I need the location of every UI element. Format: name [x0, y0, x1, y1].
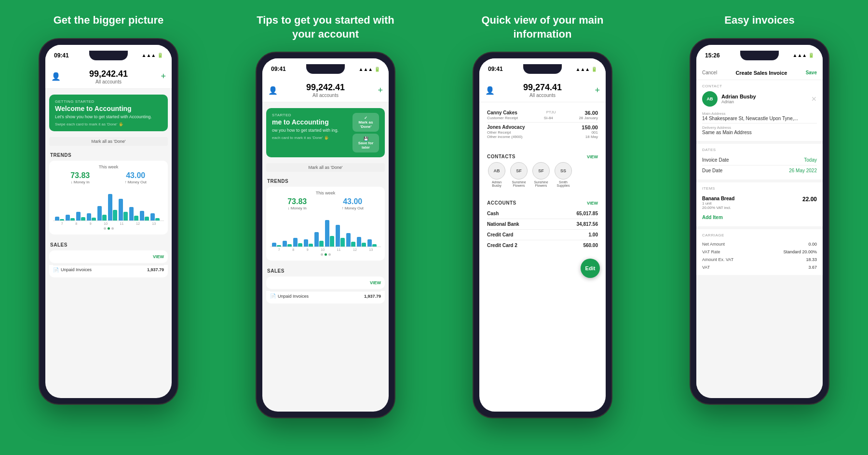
- phone-4: 15:26 ▲▲▲ 🔋 Cancel Create Sales Invoice …: [690, 38, 829, 405]
- carriage-ex-vat: Amount Ex. VAT 18.33: [702, 256, 817, 263]
- avatar-ss[interactable]: SS: [555, 162, 572, 179]
- bar-teal: [60, 219, 64, 221]
- invoice-amount-1: 1,937.79: [147, 267, 164, 272]
- money-out-label-2: ↑ Money Out: [341, 206, 363, 210]
- person-icon-3: 👤: [485, 86, 495, 95]
- money-in-2: 73.83: [287, 197, 307, 206]
- mark-done-btn[interactable]: ✓ Mark as 'Done': [353, 113, 379, 132]
- gs-title-2: me to Accounting: [272, 118, 350, 126]
- dates-section-label: DATES: [702, 148, 817, 152]
- bar-group: [283, 241, 292, 247]
- accounts-view[interactable]: VIEW: [587, 201, 598, 206]
- add-icon-2[interactable]: +: [378, 85, 383, 96]
- add-icon[interactable]: +: [161, 71, 166, 82]
- avatar-sf2[interactable]: SF: [532, 162, 550, 179]
- bar-blue: [336, 225, 340, 247]
- bar-blue: [314, 232, 319, 247]
- phone-3-time: 09:41: [488, 66, 503, 72]
- bar-teal: [277, 245, 281, 247]
- save-later-btn[interactable]: 💾 Save for later: [353, 134, 379, 152]
- phone-1-account-header: 👤 99,242.41 All accounts +: [45, 66, 172, 89]
- bar-group: [55, 217, 64, 221]
- edit-fab[interactable]: Edit: [581, 259, 600, 278]
- save-btn[interactable]: Save: [806, 70, 817, 75]
- phone-4-screen: 15:26 ▲▲▲ 🔋 Cancel Create Sales Invoice …: [696, 45, 823, 398]
- contacts-view[interactable]: VIEW: [587, 154, 598, 159]
- gs-actions-2: ✓ Mark as 'Done' 💾 Save for later: [353, 113, 379, 152]
- panel-4: Easy invoices 15:26 ▲▲▲ 🔋 Cancel Create …: [651, 0, 868, 455]
- carriage-vat-rate: VAT Rate Standard 20.00%: [702, 248, 817, 256]
- avatar-ab[interactable]: AB: [488, 162, 505, 179]
- invoice-row-1: 📄 Unpaid Invoices 1,937.79: [53, 265, 164, 275]
- phone-2-screen: 09:41 ▲▲▲ 🔋 👤 99,242.41 All accounts + S…: [262, 58, 389, 412]
- contact-ss: SS Smith Supplies: [554, 162, 573, 187]
- gs-mark-done-1[interactable]: Mark all as 'Done': [49, 137, 168, 146]
- bar-teal: [70, 218, 75, 221]
- items-section-label: ITEMS: [702, 186, 817, 191]
- bar-group: [97, 206, 107, 221]
- chart-labels-2: 7 8 9 10 11 12 13: [270, 247, 381, 252]
- bar-blue: [304, 239, 308, 247]
- sales-view-2[interactable]: VIEW: [370, 280, 381, 285]
- recent-sub-1: Customer Receipt SI-84 28 January: [487, 116, 598, 120]
- invoice-list-1: 📄 Unpaid Invoices 1,937.79: [49, 265, 168, 277]
- account-cc2: Credit Card 2 560.00: [487, 240, 598, 250]
- gs-swipe-1: Swipe each card to mark it as 'Done' 🖐: [55, 122, 162, 126]
- bar-blue: [325, 220, 329, 247]
- recent-sub-2b: Other income (4900) 18 May: [487, 135, 598, 139]
- bar-teal: [319, 241, 324, 247]
- delivery-address-row: Delivery Address Same as Main Address: [702, 124, 817, 137]
- trends-in-2: 73.83 ↓ Money In: [287, 197, 307, 210]
- contact-section-label: CONTACT: [702, 84, 817, 88]
- invoice-date-row: Invoice Date Today: [702, 155, 817, 165]
- panel-3: Quick view of your main information 09:4…: [434, 0, 651, 455]
- trends-label-1: TRENDS: [45, 150, 172, 159]
- contact-ab: AB Adrian Busby: [487, 162, 506, 187]
- money-in-label-1: ↓ Money In: [70, 180, 90, 184]
- add-icon-3[interactable]: +: [595, 85, 600, 96]
- phone-3: 09:41 ▲▲▲ 🔋 👤 99,274.41 All accounts + C…: [473, 52, 612, 418]
- sales-view-1[interactable]: VIEW: [153, 254, 164, 259]
- phone-1-statusbar: 09:41 ▲▲▲ 🔋: [45, 45, 172, 66]
- recent-sub-2: Other Receipt 001: [487, 130, 598, 135]
- recent-row-2: Jones Advocacy 150.00 Other Receipt 001 …: [487, 123, 598, 141]
- invoice-label-2: Unpaid Invoices: [278, 294, 362, 299]
- inv-item-1: Banana Bread 1 unit 20.00% VAT incl. 22.…: [702, 193, 817, 212]
- cancel-btn[interactable]: Cancel: [702, 70, 717, 75]
- panel-4-title: Easy invoices: [724, 14, 795, 28]
- carriage-vat: VAT 3.67: [702, 263, 817, 271]
- gs-card-2: STARTED me to Accounting ow you how to g…: [266, 108, 385, 157]
- phone-1-balance-label: All accounts: [89, 79, 128, 84]
- bar-group: [357, 237, 366, 247]
- gs-mark-done-2[interactable]: Mark all as 'Done': [266, 163, 385, 172]
- inv-item-details: Banana Bread 1 unit 20.00% VAT incl.: [702, 196, 734, 210]
- bar-group: [87, 213, 96, 221]
- phone-3-balance: 99,274.41: [523, 83, 562, 93]
- bar-blue: [357, 237, 361, 247]
- bar-group: [314, 232, 324, 247]
- invoice-screen-title: Create Sales Invoice: [735, 70, 787, 76]
- bar-teal: [123, 212, 128, 221]
- phone-1-status-icons: ▲▲▲ 🔋: [142, 53, 163, 58]
- bar-teal: [92, 218, 96, 221]
- main-address-row: Main Address 14 Shakespeare St, Newcastl…: [702, 110, 817, 124]
- account-cc: Credit Card 1.00: [487, 230, 598, 240]
- panel-3-title: Quick view of your main information: [465, 14, 620, 41]
- trends-week-2: This week: [270, 191, 381, 195]
- bar-teal: [298, 243, 302, 247]
- inv-dates-section: DATES Invoice Date Today Due Date 26 May…: [696, 144, 823, 179]
- phone-3-balance-label: All accounts: [523, 93, 562, 98]
- bar-blue: [140, 211, 144, 221]
- bar-group: [76, 212, 85, 221]
- add-item-btn[interactable]: Add Item: [702, 212, 817, 222]
- getting-started-card-1: GETTING STARTED Welcome to Accounting Le…: [49, 95, 168, 131]
- avatar-sf1[interactable]: SF: [510, 162, 528, 179]
- trends-out-2: 43.00 ↑ Money Out: [341, 197, 363, 210]
- close-contact-icon[interactable]: ✕: [811, 95, 817, 103]
- person-icon: 👤: [51, 72, 61, 81]
- inv-contact-row: AB Adrian Busby Adrian ✕: [702, 91, 817, 107]
- trends-amounts-1: 73.83 ↓ Money In 43.00 ↑ Money Out: [53, 171, 164, 184]
- bar-blue: [55, 217, 59, 221]
- bar-teal: [155, 218, 160, 221]
- invoice-list-2: 📄 Unpaid Invoices 1,937.79: [266, 291, 385, 303]
